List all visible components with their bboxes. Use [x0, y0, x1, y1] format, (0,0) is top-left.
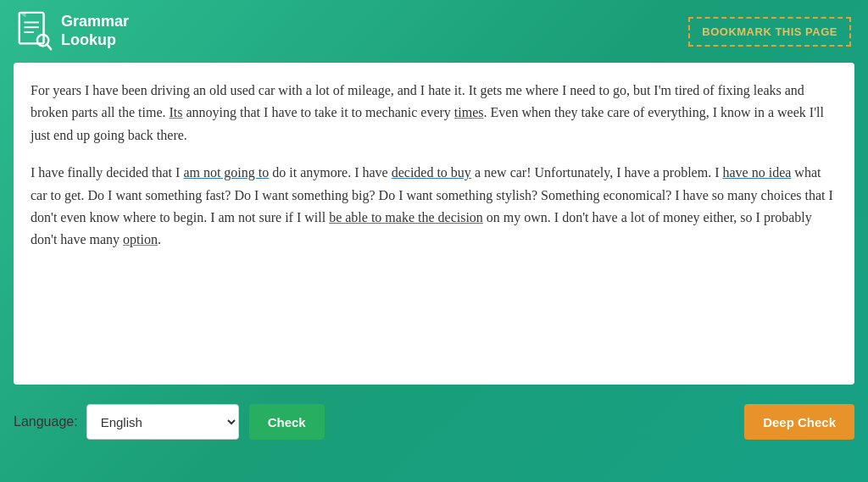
para2-mid1: do it anymore. I have — [269, 165, 391, 180]
logo-line2: Lookup — [61, 31, 129, 50]
deep-check-button[interactable]: Deep Check — [744, 404, 854, 440]
language-select[interactable]: English Spanish French German Portuguese — [86, 404, 239, 440]
language-label: Language: — [14, 414, 78, 429]
para2-mid2: a new car! Unfortunately, I have a probl… — [471, 165, 723, 180]
logo-area: Grammar Lookup — [17, 11, 129, 52]
svg-line-5 — [47, 44, 51, 49]
paragraph-2: I have finally decided that I am not goi… — [31, 162, 837, 252]
main-content: For years I have been driving an old use… — [0, 63, 868, 482]
option-word: option — [123, 232, 158, 247]
text-content: For years I have been driving an old use… — [31, 80, 837, 252]
have-no-idea: have no idea — [722, 165, 791, 180]
svg-rect-0 — [19, 13, 44, 43]
times-word: times — [454, 105, 484, 119]
paragraph-1: For years I have been driving an old use… — [31, 80, 837, 147]
para2-end: . — [158, 232, 161, 247]
logo-text: Grammar Lookup — [61, 13, 129, 49]
para2-start: I have finally decided that I — [31, 165, 183, 180]
be-able-to-make: be able to make the decision — [329, 210, 483, 224]
bottom-controls: Language: English Spanish French German … — [14, 396, 854, 447]
its-word: Its — [170, 105, 183, 119]
logo-icon — [17, 11, 53, 52]
para1-mid: annoying that I have to take it to mecha… — [183, 105, 454, 119]
decided-to-buy: decided to buy — [392, 165, 471, 180]
bookmark-button[interactable]: BOOKMARK THIS PAGE — [688, 17, 851, 47]
am-not-going-to: am not going to — [183, 165, 269, 180]
header: Grammar Lookup BOOKMARK THIS PAGE — [0, 0, 868, 63]
logo-line1: Grammar — [61, 13, 129, 31]
check-button[interactable]: Check — [249, 404, 325, 440]
text-editor[interactable]: For years I have been driving an old use… — [14, 63, 854, 385]
